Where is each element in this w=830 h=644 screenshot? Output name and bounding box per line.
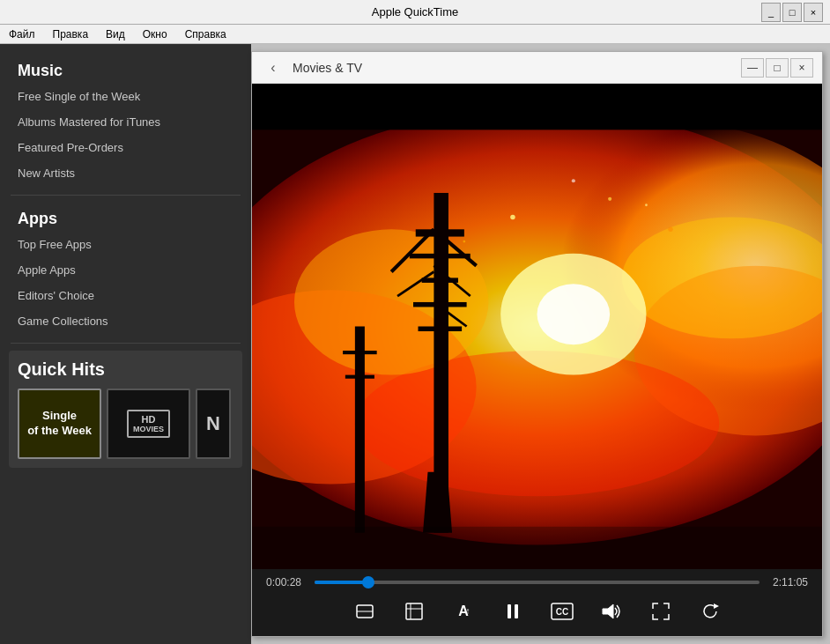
svg-point-33 — [463, 241, 465, 243]
menu-view[interactable]: Вид — [100, 26, 130, 42]
sidebar-item-new-artists[interactable]: New Artists — [0, 160, 251, 186]
text-button[interactable]: A ↑ — [448, 596, 479, 627]
svg-rect-28 — [343, 351, 377, 354]
volume-button[interactable] — [596, 596, 627, 627]
cc-icon: CC — [551, 603, 574, 620]
progress-row: 0:00:28 2:11:05 — [266, 576, 808, 588]
quick-hits-thumbnails: Single of the Week HD MOVIES N — [18, 389, 233, 459]
svg-text:↑: ↑ — [465, 606, 470, 616]
apps-section: Apps Top Free Apps Apple Apps Editors' C… — [0, 203, 251, 334]
thumb-hd-movies[interactable]: HD MOVIES — [107, 389, 190, 459]
chapters-button[interactable] — [398, 596, 430, 627]
thumb-single-week[interactable]: Single of the Week — [18, 389, 101, 459]
sidebar-item-top-free-apps[interactable]: Top Free Apps — [0, 232, 251, 257]
menu-bar: Файл Правка Вид Окно Справка — [0, 25, 830, 44]
music-header: Music — [0, 55, 251, 84]
mv-close-button[interactable]: × — [790, 58, 813, 78]
svg-point-31 — [608, 197, 611, 201]
svg-rect-29 — [345, 375, 374, 379]
menu-window[interactable]: Окно — [137, 26, 173, 42]
svg-rect-45 — [508, 604, 511, 618]
mv-maximize-button[interactable]: □ — [766, 58, 789, 78]
svg-marker-18 — [423, 472, 452, 533]
replay-icon — [700, 602, 720, 621]
movies-tv-title: Movies & TV — [293, 61, 734, 75]
sidebar-item-editors-choice[interactable]: Editors' Choice — [0, 283, 251, 308]
restore-button[interactable]: □ — [782, 3, 802, 22]
svg-point-32 — [668, 227, 673, 233]
svg-rect-40 — [406, 603, 422, 619]
back-button[interactable]: ‹ — [261, 56, 285, 80]
sidebar: Music Free Single of the Week Albums Mas… — [0, 44, 251, 644]
pause-icon — [503, 602, 522, 621]
quick-hits-title: Quick Hits — [18, 359, 233, 380]
svg-marker-50 — [714, 603, 719, 609]
svg-text:CC: CC — [555, 607, 567, 617]
title-bar: Apple QuickTime _ □ × — [0, 0, 830, 25]
svg-point-34 — [572, 179, 575, 182]
cc-button[interactable]: CC — [546, 596, 578, 627]
quick-hits-section: Quick Hits Single of the Week HD MOVIES … — [9, 351, 242, 468]
time-total: 2:11:05 — [768, 576, 808, 588]
mv-maximize-icon: □ — [774, 62, 780, 74]
volume-icon — [601, 602, 622, 621]
controls-buttons: A ↑ CC — [266, 596, 808, 627]
music-section: Music Free Single of the Week Albums Mas… — [0, 55, 251, 186]
controls-bar: 0:00:28 2:11:05 — [252, 569, 822, 636]
time-current: 0:00:28 — [266, 576, 306, 588]
replay-button[interactable] — [694, 596, 726, 627]
main-layout: Music Free Single of the Week Albums Mas… — [0, 44, 830, 644]
menu-edit[interactable]: Правка — [48, 26, 94, 42]
sidebar-divider-2 — [11, 343, 241, 344]
pause-button[interactable] — [497, 596, 529, 627]
svg-rect-17 — [419, 327, 463, 332]
svg-marker-49 — [603, 604, 613, 618]
sidebar-item-free-single[interactable]: Free Single of the Week — [0, 84, 251, 109]
menu-help[interactable]: Справка — [180, 26, 232, 42]
sidebar-item-game-collections[interactable]: Game Collections — [0, 308, 251, 334]
thumb-single-week-text: Single of the Week — [27, 409, 92, 439]
menu-file[interactable]: Файл — [4, 26, 41, 42]
sidebar-item-albums-mastered[interactable]: Albums Mastered for iTunes — [0, 109, 251, 135]
svg-rect-27 — [355, 327, 365, 533]
apps-header: Apps — [0, 203, 251, 232]
svg-point-35 — [645, 204, 648, 206]
chapters-icon — [404, 602, 424, 621]
svg-rect-46 — [515, 604, 518, 618]
sidebar-divider-1 — [11, 195, 241, 196]
sidebar-item-featured-preorders[interactable]: Featured Pre-Orders — [0, 135, 251, 160]
mv-minimize-icon: — — [747, 62, 758, 74]
thumb-n[interactable]: N — [196, 389, 231, 459]
svg-point-30 — [510, 215, 515, 220]
progress-thumb[interactable] — [362, 576, 374, 588]
fullscreen-icon — [651, 602, 671, 621]
title-bar-controls: _ □ × — [761, 3, 823, 22]
svg-rect-36 — [252, 84, 822, 130]
app-title: Apple QuickTime — [69, 5, 761, 19]
mv-close-icon: × — [798, 62, 804, 74]
svg-point-11 — [537, 284, 611, 344]
progress-track[interactable] — [315, 581, 760, 584]
mv-minimize-button[interactable]: — — [741, 58, 764, 78]
video-area — [252, 84, 822, 569]
svg-rect-37 — [252, 527, 822, 569]
close-button[interactable]: × — [804, 3, 823, 22]
thumb-hd-label: HD MOVIES — [127, 410, 170, 438]
sidebar-item-apple-apps[interactable]: Apple Apps — [0, 257, 251, 283]
captions-chapters-button[interactable] — [349, 596, 381, 627]
fullscreen-button[interactable] — [645, 596, 677, 627]
movies-tv-titlebar: ‹ Movies & TV — □ × — [252, 52, 822, 84]
minimize-button[interactable]: _ — [761, 3, 781, 22]
movies-tv-window: ‹ Movies & TV — □ × — [251, 51, 823, 637]
video-scene-svg — [252, 84, 822, 569]
text-icon: A ↑ — [454, 602, 473, 621]
mv-window-controls: — □ × — [741, 58, 813, 78]
back-icon: ‹ — [270, 60, 275, 76]
captions-chapters-icon — [355, 602, 374, 621]
progress-fill — [315, 581, 368, 584]
